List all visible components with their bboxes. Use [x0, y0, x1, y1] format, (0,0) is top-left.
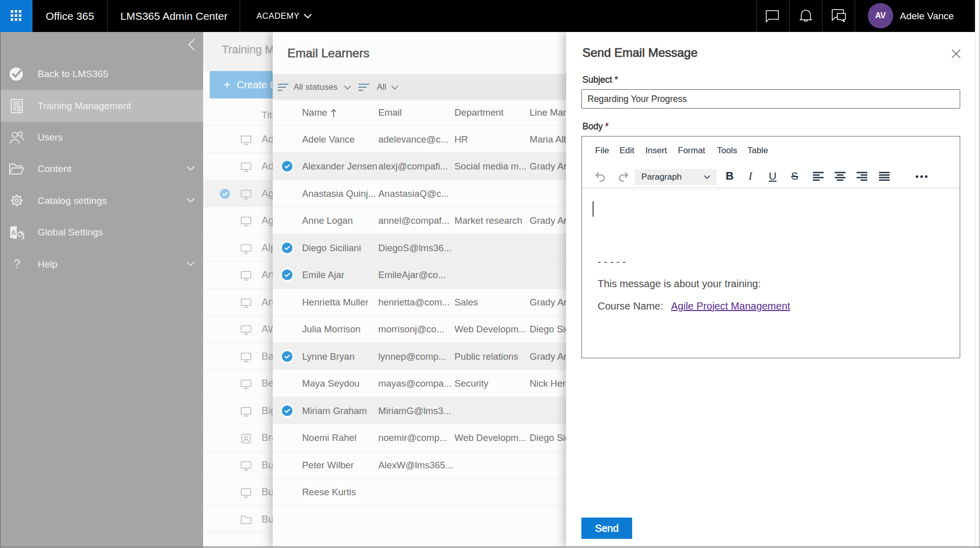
svg-text:A: A	[11, 229, 16, 236]
